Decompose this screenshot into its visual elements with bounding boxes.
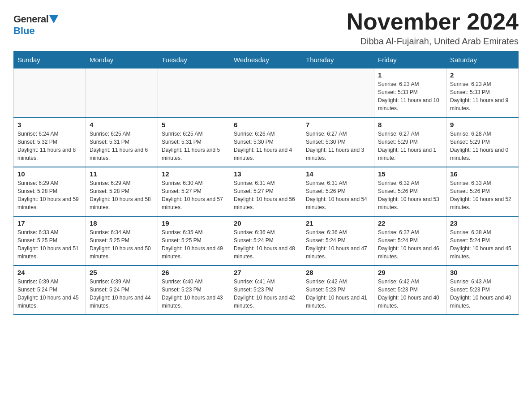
calendar-week-row: 1Sunrise: 6:23 AMSunset: 5:33 PMDaylight… — [14, 68, 519, 118]
calendar-cell: 13Sunrise: 6:31 AMSunset: 5:27 PMDayligh… — [230, 167, 302, 216]
day-info: Sunrise: 6:33 AMSunset: 5:26 PMDaylight:… — [450, 179, 515, 211]
calendar-cell: 29Sunrise: 6:42 AMSunset: 5:23 PMDayligh… — [374, 265, 446, 315]
day-number: 2 — [450, 71, 515, 79]
day-info: Sunrise: 6:31 AMSunset: 5:27 PMDaylight:… — [234, 179, 298, 211]
calendar-cell: 23Sunrise: 6:38 AMSunset: 5:24 PMDayligh… — [446, 216, 519, 265]
day-info: Sunrise: 6:24 AMSunset: 5:32 PMDaylight:… — [17, 130, 82, 162]
calendar-cell: 26Sunrise: 6:40 AMSunset: 5:23 PMDayligh… — [158, 265, 230, 315]
day-info: Sunrise: 6:39 AMSunset: 5:24 PMDaylight:… — [17, 278, 82, 310]
day-number: 9 — [450, 121, 515, 128]
weekday-header-sunday: Sunday — [14, 51, 86, 68]
day-info: Sunrise: 6:39 AMSunset: 5:24 PMDaylight:… — [90, 278, 154, 310]
calendar-cell: 5Sunrise: 6:25 AMSunset: 5:31 PMDaylight… — [158, 118, 230, 167]
day-info: Sunrise: 6:28 AMSunset: 5:29 PMDaylight:… — [450, 130, 515, 162]
day-number: 14 — [306, 170, 370, 178]
day-number: 28 — [306, 269, 370, 276]
day-info: Sunrise: 6:26 AMSunset: 5:30 PMDaylight:… — [234, 130, 298, 162]
weekday-header-saturday: Saturday — [446, 51, 519, 68]
day-info: Sunrise: 6:41 AMSunset: 5:23 PMDaylight:… — [234, 278, 298, 310]
day-number: 11 — [90, 170, 154, 178]
calendar-week-row: 3Sunrise: 6:24 AMSunset: 5:32 PMDaylight… — [14, 118, 519, 167]
day-number: 24 — [17, 269, 82, 276]
weekday-header-tuesday: Tuesday — [158, 51, 230, 68]
day-number: 20 — [234, 219, 298, 227]
calendar-cell — [14, 68, 86, 118]
day-number: 15 — [378, 170, 442, 178]
day-number: 8 — [378, 121, 442, 128]
day-number: 5 — [162, 121, 226, 128]
calendar-table: SundayMondayTuesdayWednesdayThursdayFrid… — [13, 51, 519, 315]
logo-blue-text: Blue — [13, 25, 35, 37]
weekday-header-wednesday: Wednesday — [230, 51, 302, 68]
calendar-cell — [86, 68, 158, 118]
calendar-cell: 4Sunrise: 6:25 AMSunset: 5:31 PMDaylight… — [86, 118, 158, 167]
calendar-cell — [302, 68, 374, 118]
day-number: 23 — [450, 219, 515, 227]
calendar-cell — [230, 68, 302, 118]
weekday-header-thursday: Thursday — [302, 51, 374, 68]
day-number: 30 — [450, 269, 515, 276]
day-number: 13 — [234, 170, 298, 178]
day-info: Sunrise: 6:29 AMSunset: 5:28 PMDaylight:… — [90, 179, 154, 211]
day-number: 6 — [234, 121, 298, 128]
calendar-week-row: 10Sunrise: 6:29 AMSunset: 5:28 PMDayligh… — [14, 167, 519, 216]
calendar-cell: 16Sunrise: 6:33 AMSunset: 5:26 PMDayligh… — [446, 167, 519, 216]
weekday-header-friday: Friday — [374, 51, 446, 68]
calendar-cell: 28Sunrise: 6:42 AMSunset: 5:23 PMDayligh… — [302, 265, 374, 315]
weekday-header-row: SundayMondayTuesdayWednesdayThursdayFrid… — [14, 51, 519, 68]
calendar-cell: 22Sunrise: 6:37 AMSunset: 5:24 PMDayligh… — [374, 216, 446, 265]
day-number: 25 — [90, 269, 154, 276]
day-number: 17 — [17, 219, 82, 227]
day-info: Sunrise: 6:25 AMSunset: 5:31 PMDaylight:… — [162, 130, 226, 162]
day-number: 29 — [378, 269, 442, 276]
day-info: Sunrise: 6:36 AMSunset: 5:24 PMDaylight:… — [234, 228, 298, 261]
calendar-cell: 9Sunrise: 6:28 AMSunset: 5:29 PMDaylight… — [446, 118, 519, 167]
calendar-cell: 24Sunrise: 6:39 AMSunset: 5:24 PMDayligh… — [14, 265, 86, 315]
day-info: Sunrise: 6:42 AMSunset: 5:23 PMDaylight:… — [378, 278, 442, 310]
day-number: 1 — [378, 71, 442, 79]
day-info: Sunrise: 6:34 AMSunset: 5:25 PMDaylight:… — [90, 228, 154, 261]
day-info: Sunrise: 6:37 AMSunset: 5:24 PMDaylight:… — [378, 228, 442, 261]
calendar-cell: 2Sunrise: 6:23 AMSunset: 5:33 PMDaylight… — [446, 68, 519, 118]
day-number: 18 — [90, 219, 154, 227]
calendar-cell: 8Sunrise: 6:27 AMSunset: 5:29 PMDaylight… — [374, 118, 446, 167]
day-info: Sunrise: 6:43 AMSunset: 5:23 PMDaylight:… — [450, 278, 515, 310]
day-info: Sunrise: 6:25 AMSunset: 5:31 PMDaylight:… — [90, 130, 154, 162]
day-info: Sunrise: 6:30 AMSunset: 5:27 PMDaylight:… — [162, 179, 226, 211]
calendar-week-row: 24Sunrise: 6:39 AMSunset: 5:24 PMDayligh… — [14, 265, 519, 315]
day-info: Sunrise: 6:38 AMSunset: 5:24 PMDaylight:… — [450, 228, 515, 261]
calendar-cell: 3Sunrise: 6:24 AMSunset: 5:32 PMDaylight… — [14, 118, 86, 167]
day-info: Sunrise: 6:42 AMSunset: 5:23 PMDaylight:… — [306, 278, 370, 310]
day-info: Sunrise: 6:33 AMSunset: 5:25 PMDaylight:… — [17, 228, 82, 261]
weekday-header-monday: Monday — [86, 51, 158, 68]
calendar-cell: 14Sunrise: 6:31 AMSunset: 5:26 PMDayligh… — [302, 167, 374, 216]
calendar-cell: 1Sunrise: 6:23 AMSunset: 5:33 PMDaylight… — [374, 68, 446, 118]
logo-general-text: General — [13, 13, 48, 25]
calendar-cell: 6Sunrise: 6:26 AMSunset: 5:30 PMDaylight… — [230, 118, 302, 167]
day-number: 10 — [17, 170, 82, 178]
calendar-cell: 27Sunrise: 6:41 AMSunset: 5:23 PMDayligh… — [230, 265, 302, 315]
calendar-cell: 11Sunrise: 6:29 AMSunset: 5:28 PMDayligh… — [86, 167, 158, 216]
day-info: Sunrise: 6:27 AMSunset: 5:29 PMDaylight:… — [378, 130, 442, 162]
calendar-cell: 18Sunrise: 6:34 AMSunset: 5:25 PMDayligh… — [86, 216, 158, 265]
calendar-cell: 30Sunrise: 6:43 AMSunset: 5:23 PMDayligh… — [446, 265, 519, 315]
calendar-cell: 7Sunrise: 6:27 AMSunset: 5:30 PMDaylight… — [302, 118, 374, 167]
logo: General Blue — [13, 13, 58, 37]
calendar-cell: 15Sunrise: 6:32 AMSunset: 5:26 PMDayligh… — [374, 167, 446, 216]
calendar-week-row: 17Sunrise: 6:33 AMSunset: 5:25 PMDayligh… — [14, 216, 519, 265]
calendar-cell — [158, 68, 230, 118]
calendar-header: SundayMondayTuesdayWednesdayThursdayFrid… — [14, 51, 519, 68]
calendar-cell: 20Sunrise: 6:36 AMSunset: 5:24 PMDayligh… — [230, 216, 302, 265]
svg-marker-0 — [49, 15, 58, 23]
calendar-cell: 17Sunrise: 6:33 AMSunset: 5:25 PMDayligh… — [14, 216, 86, 265]
day-number: 3 — [17, 121, 82, 128]
day-info: Sunrise: 6:31 AMSunset: 5:26 PMDaylight:… — [306, 179, 370, 211]
day-info: Sunrise: 6:23 AMSunset: 5:33 PMDaylight:… — [450, 80, 515, 112]
day-number: 19 — [162, 219, 226, 227]
day-info: Sunrise: 6:36 AMSunset: 5:24 PMDaylight:… — [306, 228, 370, 261]
day-number: 27 — [234, 269, 298, 276]
day-number: 4 — [90, 121, 154, 128]
day-info: Sunrise: 6:35 AMSunset: 5:25 PMDaylight:… — [162, 228, 226, 261]
day-info: Sunrise: 6:27 AMSunset: 5:30 PMDaylight:… — [306, 130, 370, 162]
month-year-title: November 2024 — [347, 9, 519, 34]
